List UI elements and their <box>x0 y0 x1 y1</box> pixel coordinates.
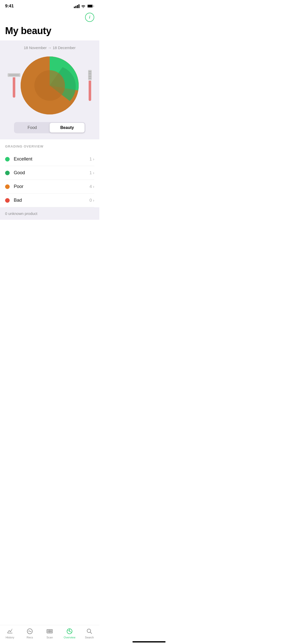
good-count: 1 <box>89 170 92 175</box>
info-button[interactable]: i <box>85 13 94 22</box>
razor-icon <box>8 73 20 98</box>
food-tab[interactable]: Food <box>15 123 50 133</box>
wifi-icon <box>81 4 86 8</box>
status-bar: 9:41 <box>0 0 99 11</box>
status-icons <box>74 4 94 8</box>
bad-chevron: › <box>93 198 94 203</box>
excellent-count: 1 <box>89 157 92 162</box>
poor-count: 4 <box>89 184 92 189</box>
signal-icon <box>74 4 79 8</box>
poor-chevron: › <box>93 184 94 189</box>
bad-count: 0 <box>89 198 92 203</box>
page-title: My beauty <box>5 25 94 36</box>
grade-good[interactable]: Good 1 › <box>5 166 94 180</box>
good-label: Good <box>14 170 89 175</box>
good-dot <box>5 171 10 175</box>
pie-chart <box>19 55 80 116</box>
page-title-section: My beauty <box>0 24 99 40</box>
bad-label: Bad <box>14 198 89 203</box>
grading-title: GRADING OVERVIEW <box>5 144 94 148</box>
bad-dot <box>5 198 10 203</box>
pie-chart-svg <box>19 55 80 116</box>
date-range: 18 November → 18 December <box>5 46 94 50</box>
toothbrush-icon <box>88 70 92 101</box>
good-chevron: › <box>93 171 94 175</box>
unknown-product-text: 0 unknown product <box>5 211 37 216</box>
grading-section: GRADING OVERVIEW Excellent 1 › Good 1 › … <box>0 139 99 207</box>
header: i <box>0 11 99 24</box>
status-time: 9:41 <box>5 4 14 9</box>
svg-point-5 <box>34 70 65 101</box>
excellent-dot <box>5 157 10 162</box>
battery-icon <box>87 4 94 8</box>
grade-excellent[interactable]: Excellent 1 › <box>5 152 94 166</box>
grade-poor[interactable]: Poor 4 › <box>5 180 94 194</box>
poor-label: Poor <box>14 184 89 189</box>
chart-section: 18 November → 18 December <box>0 40 99 139</box>
excellent-chevron: › <box>93 157 94 162</box>
unknown-section: 0 unknown product <box>0 207 99 220</box>
svg-rect-1 <box>88 5 92 7</box>
beauty-tab[interactable]: Beauty <box>50 123 85 133</box>
excellent-label: Excellent <box>14 156 89 162</box>
grade-bad[interactable]: Bad 0 › <box>5 194 94 207</box>
poor-dot <box>5 184 10 189</box>
chart-container <box>5 55 94 116</box>
segment-toggle: Food Beauty <box>14 122 85 133</box>
